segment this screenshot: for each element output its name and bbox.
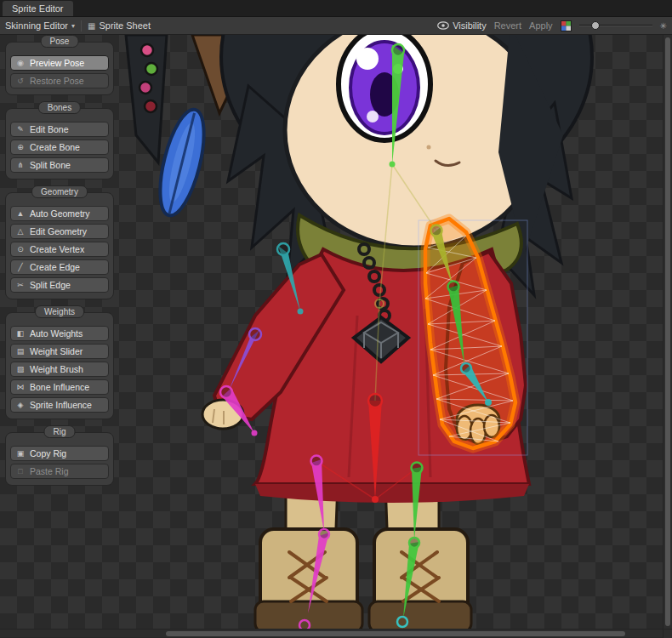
paste-rig-icon: □ — [15, 467, 26, 476]
group-pose-title: Pose — [41, 35, 79, 48]
tab-bar: Sprite Editor — [0, 0, 672, 17]
create-bone-icon: ⊕ — [15, 143, 26, 151]
horizontal-scrollbar[interactable] — [0, 629, 672, 637]
paste-rig-label: Paste Rig — [30, 466, 69, 476]
group-rig: Rig ▣ Copy Rig □ Paste Rig — [5, 432, 114, 486]
chevron-down-icon: ▾ — [71, 22, 75, 30]
opacity-slider[interactable] — [579, 20, 652, 31]
restore-pose-icon: ↺ — [15, 77, 26, 85]
auto-geometry-label: Auto Geometry — [30, 208, 90, 219]
mode-dropdown-label: Skinning Editor — [5, 20, 68, 31]
revert-button[interactable]: Revert — [494, 20, 521, 31]
visibility-label: Visibility — [453, 20, 487, 31]
sprite-influence-button[interactable]: ◈ Sprite Influence — [10, 397, 109, 413]
copy-rig-button[interactable]: ▣ Copy Rig — [10, 446, 109, 461]
scrollbar-corner — [663, 629, 672, 638]
create-vertex-label: Create Vertex — [30, 244, 84, 254]
group-weights-title: Weights — [35, 305, 84, 318]
restore-pose-button[interactable]: ↺ Restore Pose — [10, 73, 109, 88]
group-geometry-title: Geometry — [31, 185, 88, 198]
slider-track — [579, 25, 652, 26]
edit-bone-button[interactable]: ✎ Edit Bone — [10, 122, 109, 137]
group-weights: Weights ◧ Auto Weights ▤ Weight Slider ▧… — [5, 312, 114, 419]
create-bone-label: Create Bone — [30, 142, 80, 152]
auto-weights-icon: ◧ — [15, 329, 26, 338]
create-edge-button[interactable]: ╱ Create Edge — [10, 259, 109, 275]
create-vertex-button[interactable]: ⊙ Create Vertex — [10, 242, 109, 257]
edit-geometry-button[interactable]: △ Edit Geometry — [10, 224, 109, 239]
bone-influence-button[interactable]: ⋈ Bone Influence — [10, 379, 109, 395]
bone-influence-label: Bone Influence — [30, 382, 89, 392]
sprite-influence-label: Sprite Influence — [30, 400, 92, 410]
edit-bone-icon: ✎ — [15, 125, 26, 134]
create-edge-label: Create Edge — [30, 262, 80, 272]
copy-rig-label: Copy Rig — [30, 448, 66, 459]
toolbar-separator — [81, 20, 82, 31]
weight-slider-button[interactable]: ▤ Weight Slider — [10, 344, 109, 359]
split-bone-label: Split Bone — [30, 160, 71, 170]
group-rig-title: Rig — [43, 425, 75, 438]
edit-bone-label: Edit Bone — [30, 124, 69, 134]
group-bones: Bones ✎ Edit Bone ⊕ Create Bone ⋔ Split … — [5, 108, 114, 179]
apply-button[interactable]: Apply — [529, 20, 553, 31]
copy-rig-icon: ▣ — [15, 449, 26, 458]
sprite-sheet-button[interactable]: ▦ Sprite Sheet — [88, 20, 151, 31]
auto-geometry-button[interactable]: ▲ Auto Geometry — [10, 206, 109, 221]
tab-sprite-editor[interactable]: Sprite Editor — [3, 1, 73, 16]
auto-weights-label: Auto Weights — [30, 328, 83, 339]
visibility-button[interactable]: Visibility — [437, 20, 487, 31]
split-edge-label: Split Edge — [30, 280, 71, 290]
sprite-influence-icon: ◈ — [15, 401, 26, 409]
toolbar: Skinning Editor ▾ ▦ Sprite Sheet Visibil… — [0, 17, 672, 35]
sprite-sheet-icon: ▦ — [88, 21, 95, 31]
split-edge-button[interactable]: ✂ Split Edge — [10, 277, 109, 293]
paste-rig-button[interactable]: □ Paste Rig — [10, 464, 109, 479]
preview-pose-label: Preview Pose — [30, 58, 84, 68]
mode-dropdown[interactable]: Skinning Editor ▾ — [5, 20, 75, 31]
create-bone-button[interactable]: ⊕ Create Bone — [10, 140, 109, 155]
sprite-canvas[interactable]: Pose ◉ Preview Pose ↺ Restore Pose Bones… — [0, 35, 672, 629]
auto-geometry-icon: ▲ — [15, 209, 26, 218]
bone-influence-icon: ⋈ — [15, 383, 26, 391]
slider-knob[interactable] — [591, 21, 600, 30]
weight-slider-label: Weight Slider — [30, 346, 83, 356]
edit-geometry-label: Edit Geometry — [30, 226, 87, 236]
overlay-settings-icon[interactable]: ✳ — [660, 21, 667, 31]
horizontal-scrollbar-thumb[interactable] — [166, 631, 625, 636]
vertical-scrollbar[interactable] — [663, 35, 672, 629]
color-overlay-icon[interactable] — [561, 20, 572, 31]
skinning-tool-panel: Pose ◉ Preview Pose ↺ Restore Pose Bones… — [5, 42, 114, 498]
split-bone-icon: ⋔ — [15, 161, 26, 169]
auto-weights-button[interactable]: ◧ Auto Weights — [10, 326, 109, 341]
create-vertex-icon: ⊙ — [15, 245, 26, 253]
sprite-sheet-label: Sprite Sheet — [99, 20, 151, 31]
preview-pose-icon: ◉ — [15, 59, 26, 67]
weight-brush-icon: ▧ — [15, 365, 26, 373]
split-edge-icon: ✂ — [15, 281, 26, 289]
weight-brush-label: Weight Brush — [30, 364, 83, 374]
edit-geometry-icon: △ — [15, 227, 26, 236]
weight-brush-button[interactable]: ▧ Weight Brush — [10, 362, 109, 377]
eye-icon — [437, 21, 449, 30]
vertical-scrollbar-thumb[interactable] — [665, 37, 670, 626]
weight-slider-icon: ▤ — [15, 347, 26, 356]
preview-pose-button[interactable]: ◉ Preview Pose — [10, 55, 109, 71]
group-bones-title: Bones — [38, 101, 81, 114]
group-geometry: Geometry ▲ Auto Geometry △ Edit Geometry… — [5, 192, 114, 299]
create-edge-icon: ╱ — [15, 263, 26, 271]
split-bone-button[interactable]: ⋔ Split Bone — [10, 157, 109, 173]
group-pose: Pose ◉ Preview Pose ↺ Restore Pose — [5, 42, 114, 95]
sprite-editor-window: Sprite Editor Skinning Editor ▾ ▦ Sprite… — [0, 0, 672, 638]
restore-pose-label: Restore Pose — [30, 76, 84, 86]
